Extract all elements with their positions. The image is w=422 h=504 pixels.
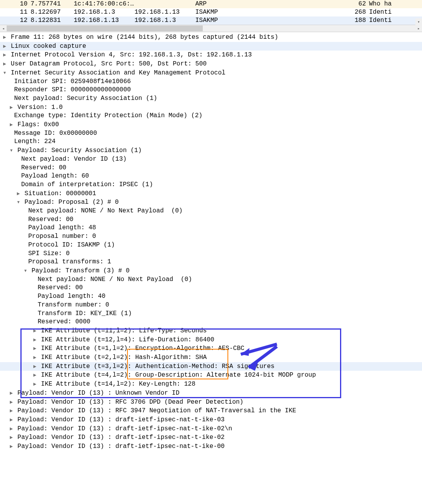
tree-item[interactable]: ▶ Situation: 00000001 <box>0 189 422 198</box>
tree-item[interactable]: Next payload: NONE / No Next Payload (0) <box>0 276 422 284</box>
tree-item[interactable]: ▼ Payload: Proposal (2) # 0 <box>0 198 422 207</box>
tree-item[interactable]: Message ID: 0x00000000 <box>0 129 422 138</box>
tree-item[interactable]: ▶ Linux cooked capture <box>0 42 422 51</box>
scroll-left-icon[interactable]: ◂ <box>0 25 7 31</box>
tree-item[interactable]: Next payload: Vendor ID (13) <box>0 155 422 164</box>
tree-item[interactable]: ▶ IKE Attribute (t=1,l=2): Encryption-Al… <box>0 344 422 353</box>
tree-item[interactable]: ▶ IKE Attribute (t=12,l=4): Life-Duratio… <box>0 335 422 344</box>
tree-item[interactable]: Payload length: 60 <box>0 172 422 181</box>
col-len: 188 <box>348 16 369 25</box>
col-len: 62 <box>348 0 369 8</box>
caret-down-icon: ▼ <box>16 198 21 207</box>
caret-right-icon: ▶ <box>9 103 14 112</box>
caret-right-icon: ▶ <box>9 433 14 442</box>
col-no: 10 <box>0 0 31 8</box>
tree-item[interactable]: ▶ Flags: 0x00 <box>0 120 422 129</box>
col-time: 8.122831 <box>31 16 74 25</box>
tree-item[interactable]: ▶ Version: 1.0 <box>0 103 422 112</box>
tree-item[interactable]: Reserved: 0000 <box>0 318 422 326</box>
tree-item[interactable]: ▶ IKE Attribute (t=11,l=2): Life-Type: S… <box>0 326 422 335</box>
caret-right-icon: ▶ <box>9 424 14 433</box>
tree-item[interactable]: Transform ID: KEY_IKE (1) <box>0 310 422 318</box>
tree-item[interactable]: Reserved: 00 <box>0 216 422 224</box>
caret-right-icon: ▶ <box>33 353 37 362</box>
col-info: Identi <box>369 8 392 16</box>
col-time: 7.757741 <box>31 0 74 8</box>
scroll-right-icon[interactable]: ▸ <box>415 25 422 31</box>
tree-item[interactable]: Initiator SPI: 0259408f14e10066 <box>0 78 422 86</box>
caret-down-icon: ▼ <box>2 69 7 77</box>
tree-item[interactable]: ▶ Frame 11: 268 bytes on wire (2144 bits… <box>0 33 422 42</box>
caret-right-icon: ▶ <box>9 415 14 424</box>
caret-down-icon: ▼ <box>9 146 14 155</box>
packet-row[interactable]: 10 7.757741 1c:41:76:00:c6:… ARP 62 Who … <box>0 0 422 8</box>
col-dst <box>135 0 195 8</box>
tree-item[interactable]: ▶ User Datagram Protocol, Src Port: 500,… <box>0 60 422 69</box>
packet-row[interactable]: 11 8.122697 192.168.1.3 192.168.1.13 ISA… <box>0 8 422 16</box>
tree-item[interactable]: Next payload: Security Association (1) <box>0 94 422 103</box>
tree-item[interactable]: Proposal number: 0 <box>0 232 422 241</box>
tree-item[interactable]: ▼ Payload: Security Association (1) <box>0 146 422 155</box>
caret-right-icon: ▶ <box>9 406 14 415</box>
caret-right-icon: ▶ <box>2 33 7 42</box>
tree-item[interactable]: Reserved: 00 <box>0 164 422 172</box>
tree-item[interactable]: ▶ Payload: Vendor ID (13) : draft-ietf-i… <box>0 433 422 442</box>
tree-item[interactable]: ▶ Payload: Vendor ID (13) : Unknown Vend… <box>0 389 422 398</box>
col-src: 192.168.1.3 <box>74 8 135 16</box>
tree-item[interactable]: Transform number: 0 <box>0 301 422 310</box>
tree-item[interactable]: Reserved: 00 <box>0 284 422 292</box>
horizontal-scrollbar[interactable]: ◂ ▸ <box>0 25 422 32</box>
tree-item[interactable]: ▼ Payload: Transform (3) # 0 <box>0 267 422 276</box>
col-dst: 192.168.1.13 <box>135 8 195 16</box>
caret-right-icon: ▶ <box>2 60 7 68</box>
scroll-thumb[interactable] <box>7 25 203 31</box>
caret-right-icon: ▶ <box>9 120 14 129</box>
caret-right-icon: ▶ <box>33 362 37 371</box>
col-info: Identi <box>369 16 392 25</box>
caret-right-icon: ▶ <box>33 344 37 353</box>
tree-item[interactable]: ▶ Payload: Vendor ID (13) : RFC 3706 DPD… <box>0 398 422 407</box>
col-no: 12 <box>0 16 31 25</box>
col-proto: ISAKMP <box>195 16 348 25</box>
tree-item[interactable]: ▶ IKE Attribute (t=4,l=2): Group-Descrip… <box>0 371 422 380</box>
tree-item[interactable]: ▶ IKE Attribute (t=3,l=2): Authenticatio… <box>0 362 422 371</box>
tree-item[interactable]: ▶ Payload: Vendor ID (13) : RFC 3947 Neg… <box>0 406 422 415</box>
col-proto: ISAKMP <box>195 8 348 16</box>
col-len: 268 <box>348 8 369 16</box>
col-proto: ARP <box>195 0 348 8</box>
packet-details-tree[interactable]: ▶ Frame 11: 268 bytes on wire (2144 bits… <box>0 32 422 459</box>
caret-right-icon: ▶ <box>2 42 7 51</box>
tree-item[interactable]: Next payload: NONE / No Next Payload (0) <box>0 207 422 216</box>
caret-down-icon: ▼ <box>23 267 28 275</box>
tree-item[interactable]: ▶ IKE Attribute (t=2,l=2): Hash-Algorith… <box>0 353 422 362</box>
caret-right-icon: ▶ <box>9 442 14 451</box>
packet-list[interactable]: 10 7.757741 1c:41:76:00:c6:… ARP 62 Who … <box>0 0 422 32</box>
col-src: 1c:41:76:00:c6:… <box>74 0 135 8</box>
caret-right-icon: ▶ <box>33 380 37 388</box>
caret-right-icon: ▶ <box>33 326 37 335</box>
tree-item[interactable]: Payload length: 48 <box>0 224 422 232</box>
tree-item[interactable]: ▶ IKE Attribute (t=14,l=2): Key-Length: … <box>0 380 422 389</box>
caret-right-icon: ▶ <box>9 389 14 397</box>
col-time: 8.122697 <box>31 8 74 16</box>
tree-item[interactable]: Domain of interpretation: IPSEC (1) <box>0 181 422 189</box>
tree-item[interactable]: ▼ Internet Security Association and Key … <box>0 69 422 78</box>
tree-item[interactable]: SPI Size: 0 <box>0 250 422 258</box>
packet-row[interactable]: 12 8.122831 192.168.1.13 192.168.1.3 ISA… <box>0 16 422 25</box>
tree-item[interactable]: ▶ Payload: Vendor ID (13) : draft-ietf-i… <box>0 424 422 433</box>
tree-item[interactable]: ▶ Payload: Vendor ID (13) : draft-ietf-i… <box>0 415 422 424</box>
tree-item[interactable]: ▶ Payload: Vendor ID (13) : draft-ietf-i… <box>0 442 422 451</box>
tree-item[interactable]: Payload length: 40 <box>0 292 422 301</box>
tree-item[interactable]: Protocol ID: ISAKMP (1) <box>0 241 422 250</box>
caret-right-icon: ▶ <box>9 398 14 406</box>
col-dst: 192.168.1.3 <box>135 16 195 25</box>
tree-item[interactable]: Exchange type: Identity Protection (Main… <box>0 112 422 120</box>
scroll-down-icon[interactable]: ▾ <box>415 18 422 25</box>
tree-item[interactable]: Proposal transforms: 1 <box>0 258 422 267</box>
col-src: 192.168.1.13 <box>74 16 135 25</box>
tree-item[interactable]: Responder SPI: 0000000000000000 <box>0 86 422 94</box>
caret-right-icon: ▶ <box>33 371 37 379</box>
tree-item[interactable]: Length: 224 <box>0 138 422 146</box>
col-no: 11 <box>0 8 31 16</box>
tree-item[interactable]: ▶ Internet Protocol Version 4, Src: 192.… <box>0 51 422 60</box>
